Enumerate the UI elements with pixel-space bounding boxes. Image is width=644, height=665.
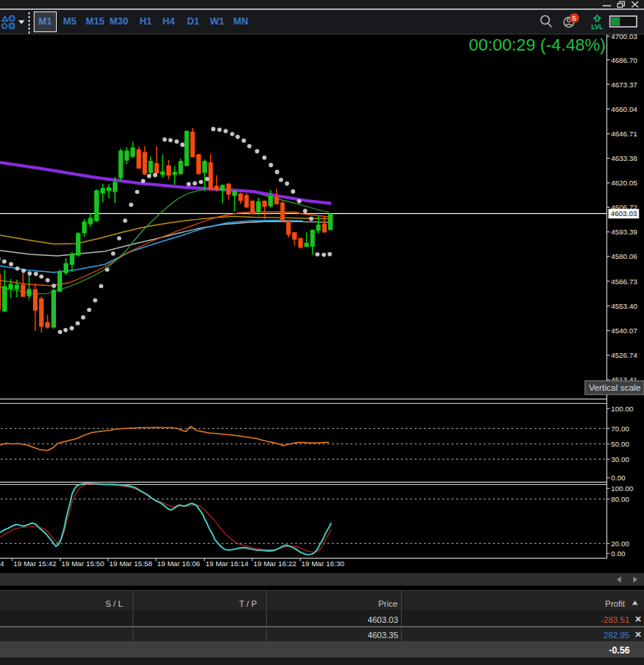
svg-text:4686.70: 4686.70 [611, 56, 637, 64]
svg-text:19 Mar 15:50: 19 Mar 15:50 [61, 559, 104, 568]
svg-text:4526.74: 4526.74 [611, 351, 637, 359]
svg-text:0.00: 0.00 [611, 549, 626, 558]
svg-text:4620.05: 4620.05 [611, 179, 637, 187]
svg-text:4553.40: 4553.40 [611, 302, 637, 310]
svg-text:100.00: 100.00 [611, 405, 633, 413]
svg-text:50.00: 50.00 [611, 440, 629, 448]
svg-text:4566.73: 4566.73 [611, 277, 637, 286]
svg-text:4580.06: 4580.06 [611, 252, 637, 260]
svg-text:19 Mar 16:06: 19 Mar 16:06 [157, 559, 200, 568]
svg-text:LVL: LVL [591, 23, 603, 31]
svg-text:4603.03: 4603.03 [611, 209, 637, 218]
svg-text:4646.71: 4646.71 [611, 129, 637, 138]
svg-text:80.00: 80.00 [611, 495, 629, 503]
svg-text:00:00:29 (-4.48%): 00:00:29 (-4.48%) [469, 35, 606, 54]
svg-text:100.00: 100.00 [611, 484, 633, 493]
svg-text:4540.07: 4540.07 [611, 326, 637, 335]
svg-text:30.00: 30.00 [611, 455, 629, 464]
svg-text:4660.04: 4660.04 [611, 105, 637, 113]
svg-text:4633.38: 4633.38 [611, 154, 637, 162]
svg-text:Vertical scale: Vertical scale [589, 383, 641, 392]
svg-text:4673.37: 4673.37 [611, 80, 637, 89]
svg-text:5: 5 [572, 14, 576, 22]
svg-text:19 Mar 16:14: 19 Mar 16:14 [205, 559, 248, 568]
svg-text:70.00: 70.00 [611, 424, 629, 433]
svg-text:20.00: 20.00 [611, 539, 629, 548]
svg-text:4593.39: 4593.39 [611, 228, 637, 236]
svg-text:19 Mar 16:30: 19 Mar 16:30 [301, 559, 344, 568]
svg-text:4: 4 [0, 559, 4, 568]
svg-text:19 Mar 15:58: 19 Mar 15:58 [110, 559, 153, 568]
svg-text:19 Mar 15:42: 19 Mar 15:42 [14, 559, 57, 568]
svg-text:0.00: 0.00 [611, 473, 626, 482]
svg-text:19 Mar 16:22: 19 Mar 16:22 [254, 559, 297, 568]
